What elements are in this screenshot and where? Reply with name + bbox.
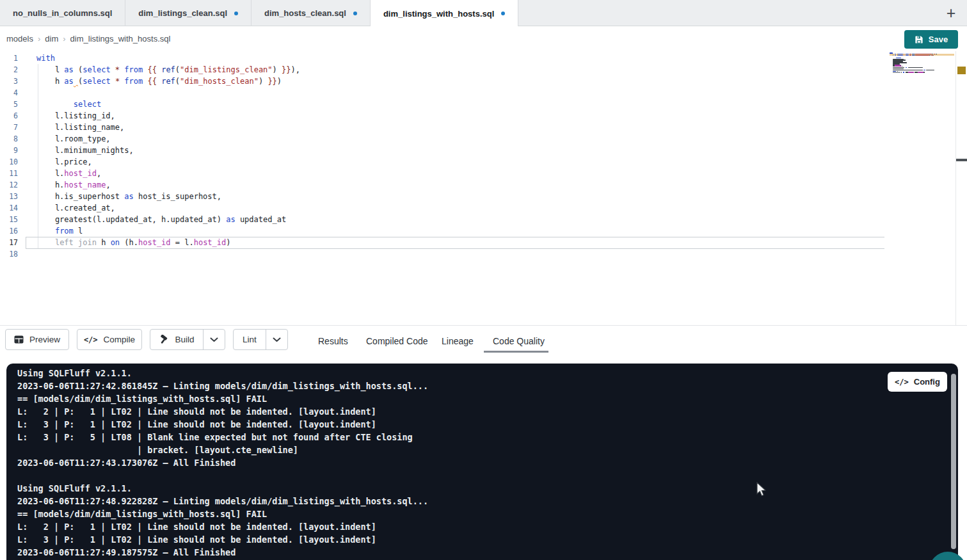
- ruler-warning-marker-icon: [957, 67, 966, 74]
- lint-button[interactable]: Lint: [234, 330, 266, 349]
- minimap-line: [906, 72, 908, 73]
- save-button-label: Save: [929, 35, 948, 44]
- config-button[interactable]: </> Config: [888, 372, 947, 392]
- action-bar: Preview </> Compile Build Lint: [0, 325, 967, 364]
- breadcrumb-segment[interactable]: dim_listings_with_hosts.sql: [70, 34, 171, 44]
- build-button-group: Build: [150, 329, 225, 350]
- tab-label: no_nulls_in_columns.sql: [13, 8, 112, 18]
- line-number: 15: [0, 214, 18, 225]
- code-line-5[interactable]: 5 select: [0, 99, 967, 110]
- code-text: l.listing_id,: [36, 110, 115, 122]
- breadcrumb-segment[interactable]: models: [6, 34, 33, 44]
- code-line-8[interactable]: 8 l.room_type,: [0, 133, 967, 145]
- minimap-line: [923, 72, 924, 73]
- editor-tab-bar: no_nulls_in_columns.sqldim_listings_clea…: [0, 0, 967, 26]
- hammer-icon: [159, 335, 169, 344]
- code-text: h.host_name,: [36, 179, 111, 191]
- code-line-7[interactable]: 7 l.listing_name,: [0, 122, 967, 133]
- preview-button[interactable]: Preview: [5, 329, 69, 350]
- code-text: l.created_at,: [36, 202, 115, 214]
- code-line-4[interactable]: 4: [0, 87, 967, 99]
- line-number: 17: [0, 237, 18, 248]
- code-line-13[interactable]: 13 h.is_superhost as host_is_superhost,: [0, 191, 967, 202]
- code-line-9[interactable]: 9 l.minimum_nights,: [0, 145, 967, 156]
- breadcrumb-separator-icon: ›: [63, 34, 65, 44]
- minimap-line: [893, 70, 923, 71]
- minimap-line: [926, 70, 934, 71]
- tab-dim_listings_clean-sql[interactable]: dim_listings_clean.sql: [125, 0, 252, 26]
- minimap-line: [918, 72, 923, 73]
- tab-dim_hosts_clean-sql[interactable]: dim_hosts_clean.sql: [252, 0, 371, 26]
- code-text: h as (select * from {{ ref("dim_hosts_cl…: [36, 76, 282, 87]
- code-line-12[interactable]: 12 h.host_name,: [0, 179, 967, 191]
- tab-label: dim_hosts_clean.sql: [264, 8, 346, 18]
- panel-tab-Lineage[interactable]: Lineage: [442, 326, 474, 356]
- line-number: 16: [0, 225, 18, 237]
- lint-output-terminal[interactable]: Using SQLFluff v2.1.1. 2023-06-06T11:27:…: [6, 364, 958, 560]
- minimap[interactable]: [890, 52, 955, 97]
- tab-label: dim_listings_with_hosts.sql: [383, 9, 494, 19]
- save-button[interactable]: Save: [904, 30, 958, 49]
- code-line-17[interactable]: 17 left join h on (h.host_id = l.host_id…: [0, 237, 967, 248]
- code-line-6[interactable]: 6 l.listing_id,: [0, 110, 967, 122]
- line-number: 8: [0, 133, 18, 145]
- build-button[interactable]: Build: [150, 330, 203, 349]
- table-icon: [14, 335, 24, 344]
- line-number: 3: [0, 76, 18, 87]
- new-tab-button[interactable]: +: [939, 0, 963, 26]
- compile-button[interactable]: </> Compile: [77, 329, 142, 350]
- minimap-line: [906, 67, 907, 68]
- breadcrumb-separator-icon: ›: [38, 34, 40, 44]
- code-text: l.minimum_nights,: [36, 145, 134, 156]
- lint-button-label: Lint: [243, 335, 257, 344]
- code-text: with: [36, 52, 55, 64]
- code-line-11[interactable]: 11 l.host_id,: [0, 168, 967, 179]
- unsaved-indicator-icon: [501, 12, 505, 15]
- chevron-down-icon: [210, 337, 218, 342]
- code-line-1[interactable]: 1with: [0, 52, 967, 64]
- breadcrumb-bar: models›dim›dim_listings_with_hosts.sql S…: [0, 26, 967, 51]
- tab-dim_listings_with_hosts-sql[interactable]: dim_listings_with_hosts.sql: [371, 0, 518, 27]
- chevron-down-icon: [273, 337, 281, 342]
- build-dropdown-button[interactable]: [203, 330, 225, 349]
- code-text: left join h on (h.host_id = l.host_id): [36, 237, 231, 248]
- terminal-output: Using SQLFluff v2.1.1. 2023-06-06T11:27:…: [17, 367, 428, 559]
- line-number: 12: [0, 179, 18, 191]
- line-number: 7: [0, 122, 18, 133]
- code-line-14[interactable]: 14 l.created_at,: [0, 202, 967, 214]
- line-number: 18: [0, 248, 18, 260]
- code-line-10[interactable]: 10 l.price,: [0, 156, 967, 168]
- code-line-18[interactable]: 18: [0, 248, 967, 260]
- code-text: from l: [36, 225, 83, 237]
- code-text: l as (select * from {{ ref("dim_listings…: [36, 64, 300, 76]
- code-text: select: [36, 99, 101, 110]
- line-number: 5: [0, 99, 18, 110]
- line-number: 13: [0, 191, 18, 202]
- breadcrumb-segment[interactable]: dim: [45, 34, 58, 44]
- lint-button-group: Lint: [233, 329, 288, 350]
- breadcrumb: models›dim›dim_listings_with_hosts.sql: [6, 26, 170, 51]
- code-text: l.listing_name,: [36, 122, 124, 133]
- build-button-label: Build: [175, 335, 194, 344]
- code-line-2[interactable]: 2 l as (select * from {{ ref("dim_listin…: [0, 64, 967, 76]
- code-line-15[interactable]: 15 greatest(l.updated_at, h.updated_at) …: [0, 214, 967, 225]
- terminal-scrollbar[interactable]: [951, 374, 956, 549]
- panel-tab-Compiled-Code[interactable]: Compiled Code: [366, 326, 428, 356]
- tab-no_nulls_in_columns-sql[interactable]: no_nulls_in_columns.sql: [0, 0, 125, 26]
- minimap-line: [896, 58, 901, 59]
- line-number: 4: [0, 87, 18, 99]
- lint-dropdown-button[interactable]: [266, 330, 287, 349]
- code-line-16[interactable]: 16 from l: [0, 225, 967, 237]
- tabs-container: no_nulls_in_columns.sqldim_listings_clea…: [0, 0, 518, 26]
- code-icon: </>: [895, 378, 909, 387]
- save-icon: [915, 35, 923, 44]
- code-line-3[interactable]: 3 h as (select * from {{ ref("dim_hosts_…: [0, 76, 967, 87]
- code-icon: </>: [84, 335, 98, 344]
- preview-button-label: Preview: [29, 335, 60, 344]
- unsaved-indicator-icon: [353, 12, 357, 15]
- panel-tab-Results[interactable]: Results: [318, 326, 348, 356]
- code-editor[interactable]: 1with2 l as (select * from {{ ref("dim_l…: [0, 51, 967, 325]
- active-panel-tab-underline: [484, 351, 548, 353]
- minimap-line: [893, 68, 904, 70]
- code-text: l.host_id,: [36, 168, 101, 179]
